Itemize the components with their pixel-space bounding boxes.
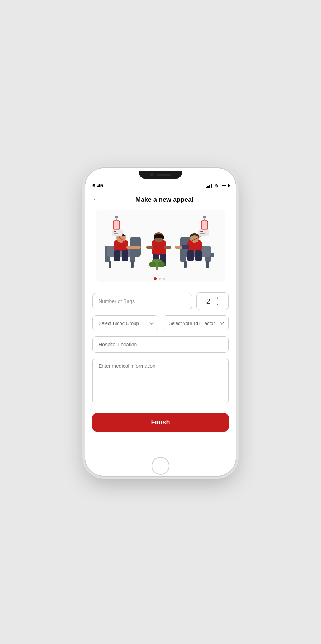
svg-rect-45: [203, 216, 206, 218]
svg-rect-17: [114, 231, 116, 232]
svg-rect-19: [152, 240, 166, 255]
phone-notch-area: [85, 168, 236, 181]
page-header: ← Make a new appeal: [85, 191, 236, 207]
status-icons: ⊛: [206, 183, 229, 189]
svg-rect-11: [114, 250, 120, 261]
home-indicator[interactable]: [152, 457, 169, 475]
stepper-value: 2: [205, 297, 212, 306]
blood-donation-illustration: [96, 210, 225, 282]
camera: [150, 173, 154, 176]
finish-button[interactable]: Finish: [92, 413, 229, 432]
stepper-plus-button[interactable]: +: [215, 296, 220, 301]
svg-rect-47: [200, 231, 203, 232]
svg-point-30: [158, 262, 165, 267]
medical-info-textarea[interactable]: [92, 358, 229, 404]
svg-rect-15: [115, 216, 118, 218]
back-button[interactable]: ←: [92, 195, 100, 204]
svg-rect-36: [184, 261, 187, 268]
form-area: Number of Bags 2 + - Select Blood GroupA…: [85, 289, 236, 439]
svg-rect-37: [206, 261, 209, 268]
blood-group-select[interactable]: Select Blood GroupA+A-B+B-AB+AB-O+O-: [92, 315, 158, 331]
svg-rect-41: [187, 250, 194, 261]
svg-rect-42: [195, 250, 202, 261]
svg-rect-13: [113, 221, 120, 230]
phone-bottom-bar: [85, 456, 236, 476]
svg-rect-22: [164, 246, 171, 249]
svg-rect-21: [146, 246, 153, 249]
notch: [139, 171, 182, 179]
svg-rect-7: [131, 261, 134, 268]
number-of-bags-label: Number of Bags: [92, 293, 192, 309]
blood-group-row: Select Blood GroupA+A-B+B-AB+AB-O+O- Sel…: [92, 315, 229, 331]
illustration-area: [96, 210, 225, 282]
battery-icon: [221, 184, 229, 187]
hospital-row: [92, 336, 229, 353]
svg-point-51: [159, 278, 161, 280]
page-title: Make a new appeal: [100, 196, 229, 204]
phone-frame: 9:45 ⊛ ← Make a new appeal: [85, 168, 236, 476]
svg-point-52: [163, 278, 165, 280]
hospital-location-input[interactable]: [92, 336, 229, 353]
bags-row: Number of Bags 2 + -: [92, 292, 229, 310]
bag-stepper[interactable]: 2 + -: [196, 292, 229, 310]
wifi-icon: ⊛: [214, 183, 219, 189]
svg-rect-49: [182, 245, 189, 249]
svg-point-50: [154, 277, 157, 280]
svg-rect-12: [122, 250, 128, 261]
speaker: [157, 174, 171, 176]
stepper-minus-button[interactable]: -: [215, 302, 220, 307]
medical-info-row: [92, 358, 229, 406]
phone-content: ← Make a new appeal: [85, 191, 236, 456]
svg-rect-18: [114, 233, 118, 234]
status-time: 9:45: [92, 182, 103, 189]
svg-rect-10: [126, 246, 141, 249]
rh-factor-select[interactable]: Select Your RH FactorPositive (+)Negativ…: [163, 315, 229, 331]
status-bar: 9:45 ⊛: [85, 181, 236, 191]
svg-rect-6: [109, 261, 111, 268]
svg-rect-43: [201, 221, 208, 230]
svg-point-29: [149, 262, 156, 267]
stepper-controls: + -: [215, 296, 220, 307]
signal-icon: [206, 183, 212, 188]
svg-rect-48: [200, 233, 205, 234]
